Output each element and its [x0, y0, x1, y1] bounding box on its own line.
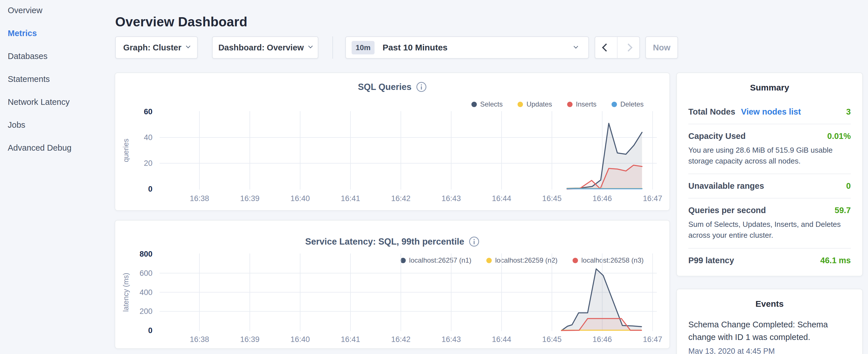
- dashboard-dropdown-label: Dashboard: Overview: [218, 43, 304, 53]
- summary-row-top: Total NodesView nodes list3: [688, 107, 851, 117]
- svg-text:16:38: 16:38: [190, 335, 209, 344]
- chevron-left-icon: [602, 43, 610, 52]
- controls-divider: [333, 36, 333, 59]
- sidebar-item-statements[interactable]: Statements: [8, 68, 105, 91]
- service-latency-chart[interactable]: 16:3816:3916:4016:4116:4216:4316:4416:45…: [115, 221, 671, 349]
- sidebar-item-databases[interactable]: Databases: [8, 45, 105, 68]
- svg-text:400: 400: [140, 288, 152, 297]
- svg-text:16:44: 16:44: [492, 194, 511, 203]
- svg-text:latency (ms): latency (ms): [122, 273, 130, 312]
- time-range-label: Past 10 Minutes: [382, 43, 447, 53]
- time-range-badge: 10m: [351, 41, 375, 55]
- event-text: Schema Change Completed: Schema change w…: [688, 319, 851, 344]
- summary-value: 0.01%: [827, 131, 851, 141]
- events-title: Events: [677, 299, 862, 309]
- sidebar-item-overview[interactable]: Overview: [8, 0, 105, 22]
- prev-time-button[interactable]: [595, 37, 618, 58]
- event-timestamp: May 13, 2020 at 4:45 PM: [688, 347, 851, 354]
- summary-title: Summary: [677, 83, 862, 93]
- now-button-label: Now: [653, 43, 670, 53]
- svg-text:16:42: 16:42: [391, 335, 411, 344]
- svg-text:16:46: 16:46: [593, 194, 612, 203]
- svg-text:16:46: 16:46: [593, 335, 612, 344]
- summary-panel: Summary Total NodesView nodes list3Capac…: [676, 72, 863, 277]
- summary-row-top: Capacity Used0.01%: [688, 131, 851, 141]
- time-step-buttons: [595, 36, 640, 59]
- graph-dropdown-label: Graph: Cluster: [123, 43, 181, 53]
- svg-text:40: 40: [144, 133, 152, 142]
- svg-text:16:45: 16:45: [542, 194, 562, 203]
- time-range-selector[interactable]: 10m Past 10 Minutes: [345, 36, 589, 59]
- svg-text:16:43: 16:43: [442, 335, 461, 344]
- summary-row-capacity-used: Capacity Used0.01%You are using 28.6 MiB…: [688, 124, 851, 174]
- summary-value: 3: [846, 107, 851, 117]
- summary-row-p99-latency: P99 latency46.1 ms: [688, 249, 851, 272]
- svg-text:16:38: 16:38: [190, 194, 209, 203]
- summary-label: P99 latency: [688, 256, 734, 265]
- event-item: Schema Change Completed: Schema change w…: [688, 319, 851, 354]
- summary-subtext: You are using 28.6 MiB of 515.9 GiB usab…: [688, 145, 851, 166]
- summary-row-top: Unavailable ranges0: [688, 181, 851, 191]
- chevron-down-icon: [308, 43, 313, 48]
- svg-text:20: 20: [144, 159, 152, 167]
- next-time-button[interactable]: [618, 37, 639, 58]
- now-button[interactable]: Now: [645, 36, 678, 59]
- summary-label: Queries per second: [688, 206, 766, 215]
- page-title: Overview Dashboard: [115, 14, 247, 30]
- svg-text:800: 800: [140, 250, 152, 258]
- svg-text:16:42: 16:42: [391, 194, 411, 203]
- graph-dropdown[interactable]: Graph: Cluster: [115, 36, 198, 59]
- summary-row-unavailable-ranges: Unavailable ranges0: [688, 174, 851, 198]
- sidebar-item-metrics[interactable]: Metrics: [8, 22, 105, 45]
- summary-label: Total Nodes: [688, 107, 735, 117]
- summary-label: Capacity Used: [688, 131, 746, 141]
- svg-text:16:41: 16:41: [341, 194, 360, 203]
- svg-text:16:40: 16:40: [290, 194, 310, 203]
- summary-row-top: P99 latency46.1 ms: [688, 256, 851, 265]
- summary-row-top: Queries per second59.7: [688, 206, 851, 215]
- sql-queries-chart[interactable]: 16:3816:3916:4016:4116:4216:4316:4416:45…: [115, 73, 671, 212]
- sql-queries-card: SQL Queries SelectsUpdatesInsertsDeletes…: [115, 72, 670, 211]
- svg-text:16:41: 16:41: [341, 335, 360, 344]
- summary-row-queries-per-second: Queries per second59.7Sum of Selects, Up…: [688, 198, 851, 248]
- summary-subtext: Sum of Selects, Updates, Inserts, and De…: [688, 219, 851, 240]
- svg-text:0: 0: [148, 326, 152, 335]
- svg-text:16:47: 16:47: [643, 335, 662, 344]
- sidebar-item-network-latency[interactable]: Network Latency: [8, 91, 105, 114]
- svg-text:16:43: 16:43: [442, 194, 461, 203]
- svg-text:16:45: 16:45: [542, 335, 562, 344]
- summary-value: 0: [846, 181, 851, 191]
- svg-text:queries: queries: [122, 139, 130, 162]
- chevron-down-icon: [186, 43, 191, 48]
- svg-text:16:39: 16:39: [240, 335, 260, 344]
- view-nodes-list-link[interactable]: View nodes list: [741, 107, 801, 117]
- svg-text:600: 600: [140, 269, 152, 278]
- svg-text:16:47: 16:47: [643, 194, 662, 203]
- summary-label: Unavailable ranges: [688, 181, 764, 191]
- sidebar-item-jobs[interactable]: Jobs: [8, 114, 105, 136]
- sidebar-item-advanced-debug[interactable]: Advanced Debug: [8, 136, 105, 159]
- svg-text:16:44: 16:44: [492, 335, 511, 344]
- service-latency-card: Service Latency: SQL, 99th percentile lo…: [115, 220, 670, 349]
- svg-text:200: 200: [140, 307, 152, 316]
- summary-value: 46.1 ms: [820, 256, 851, 265]
- events-panel: Events Schema Change Completed: Schema c…: [676, 289, 863, 354]
- sidebar: OverviewMetricsDatabasesStatementsNetwor…: [8, 0, 105, 159]
- summary-row-total-nodes: Total NodesView nodes list3: [688, 100, 851, 124]
- svg-text:60: 60: [144, 107, 152, 116]
- svg-text:16:40: 16:40: [290, 335, 310, 344]
- chevron-right-icon: [624, 43, 632, 52]
- summary-value: 59.7: [835, 206, 851, 215]
- dashboard-dropdown[interactable]: Dashboard: Overview: [212, 36, 318, 59]
- chevron-down-icon: [574, 44, 578, 49]
- svg-text:0: 0: [148, 185, 152, 193]
- svg-text:16:39: 16:39: [240, 194, 260, 203]
